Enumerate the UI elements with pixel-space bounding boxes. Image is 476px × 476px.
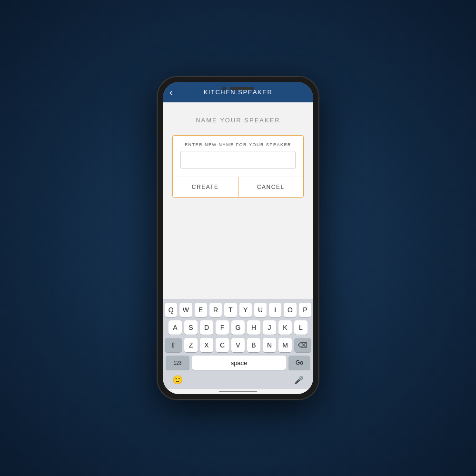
key-g[interactable]: G — [231, 320, 245, 335]
key-p[interactable]: P — [299, 303, 311, 317]
app-header: ‹ KITCHEN SPEAKER — [163, 82, 313, 102]
main-content: NAME YOUR SPEAKER ENTER NEW NAME FOR YOU… — [163, 102, 313, 299]
phone-screen-container: ‹ KITCHEN SPEAKER NAME YOUR SPEAKER ENTE… — [163, 82, 313, 394]
key-i[interactable]: I — [269, 303, 281, 317]
home-bar — [219, 391, 257, 392]
key-c[interactable]: C — [216, 338, 229, 352]
keyboard-bottom-row: 123 space Go — [165, 356, 311, 370]
phone-device: ‹ KITCHEN SPEAKER NAME YOUR SPEAKER ENTE… — [157, 76, 319, 400]
back-button[interactable]: ‹ — [169, 87, 173, 98]
key-k[interactable]: K — [278, 320, 292, 335]
key-b[interactable]: B — [247, 338, 260, 352]
key-e[interactable]: E — [195, 303, 207, 317]
phone-top-decorations — [222, 87, 254, 90]
key-f[interactable]: F — [216, 320, 229, 335]
keyboard-extras: 🙂 🎤 — [163, 372, 313, 389]
backspace-key[interactable]: ⌫ — [294, 338, 311, 352]
key-x[interactable]: X — [200, 338, 213, 352]
key-q[interactable]: Q — [165, 303, 177, 317]
key-r[interactable]: R — [209, 303, 222, 317]
home-indicator — [163, 389, 313, 394]
num-key[interactable]: 123 — [166, 356, 189, 370]
key-v[interactable]: V — [231, 338, 245, 352]
key-w[interactable]: W — [179, 303, 192, 317]
key-a[interactable]: A — [169, 320, 182, 335]
speaker-name-input[interactable] — [180, 151, 296, 169]
keyboard-row-1: Q W E R T Y U I O P — [165, 303, 311, 317]
create-button[interactable]: CREATE — [173, 177, 238, 197]
key-u[interactable]: U — [254, 303, 267, 317]
rename-dialog: ENTER NEW NAME FOR YOUR SPEAKER CREATE C… — [172, 135, 304, 198]
speaker-grill — [230, 87, 254, 90]
key-h[interactable]: H — [247, 320, 260, 335]
keyboard-row-2: A S D F G H J K L — [165, 320, 311, 335]
keyboard: Q W E R T Y U I O P A S D F G — [163, 299, 313, 372]
dialog-label: ENTER NEW NAME FOR YOUR SPEAKER — [173, 136, 303, 151]
key-z[interactable]: Z — [184, 338, 198, 352]
emoji-icon[interactable]: 🙂 — [172, 375, 183, 385]
cancel-button[interactable]: CANCEL — [238, 177, 304, 197]
key-m[interactable]: M — [278, 338, 292, 352]
go-key[interactable]: Go — [288, 356, 310, 370]
camera-dot — [222, 87, 226, 90]
space-key[interactable]: space — [192, 356, 286, 370]
key-y[interactable]: Y — [239, 303, 252, 317]
key-d[interactable]: D — [200, 320, 213, 335]
dialog-buttons: CREATE CANCEL — [173, 177, 303, 197]
key-s[interactable]: S — [184, 320, 198, 335]
mic-icon[interactable]: 🎤 — [294, 376, 304, 385]
key-j[interactable]: J — [263, 320, 276, 335]
screen: ‹ KITCHEN SPEAKER NAME YOUR SPEAKER ENTE… — [163, 82, 313, 394]
key-t[interactable]: T — [224, 303, 237, 317]
section-title: NAME YOUR SPEAKER — [196, 117, 280, 124]
key-l[interactable]: L — [294, 320, 307, 335]
key-n[interactable]: N — [263, 338, 276, 352]
key-o[interactable]: O — [284, 303, 296, 317]
shift-key[interactable]: ⇧ — [165, 338, 182, 352]
keyboard-row-3: ⇧ Z X C V B N M ⌫ — [165, 338, 311, 352]
